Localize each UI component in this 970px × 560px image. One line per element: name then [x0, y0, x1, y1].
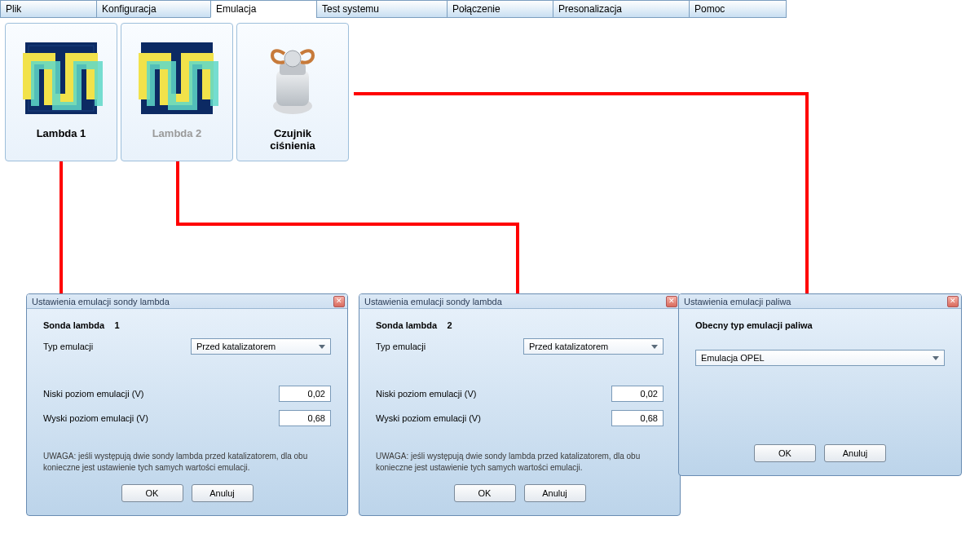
type-select[interactable]: Przed katalizatorem	[191, 338, 331, 355]
type-label: Typ emulacji	[376, 342, 523, 351]
high-level-input[interactable]	[279, 410, 331, 426]
dialog-titlebar: Ustawienia emulacji paliwa ✕	[679, 294, 961, 309]
close-button[interactable]: ✕	[666, 296, 677, 307]
fuel-heading: Obecny typ emulacji paliwa	[695, 320, 945, 330]
module-lambda-1[interactable]: Lambda 1	[5, 23, 117, 161]
tab-test-systemu[interactable]: Test systemu	[316, 0, 447, 18]
dialog-lambda-1: Ustawienia emulacji sondy lambda ✕ Sonda…	[26, 293, 348, 516]
close-button[interactable]: ✕	[947, 296, 959, 307]
ok-button[interactable]: OK	[754, 444, 816, 462]
heading-label: Sonda lambda 1	[43, 320, 331, 330]
tab-label: Presonalizacja	[558, 3, 622, 15]
cancel-button[interactable]: Anuluj	[824, 444, 886, 462]
close-icon: ✕	[950, 298, 956, 305]
type-label: Typ emulacji	[43, 342, 191, 351]
high-level-label: Wyski poziom emulacji (V)	[43, 413, 279, 423]
tab-emulacja[interactable]: Emulacja	[210, 0, 316, 18]
tab-label: Konfiguracja	[102, 3, 157, 15]
fuel-type-select[interactable]: Emulacja OPEL	[695, 350, 945, 366]
tab-label: Test systemu	[322, 3, 379, 15]
dialog-title-text: Ustawienia emulacji paliwa	[684, 297, 791, 306]
lambda-graph-icon	[129, 30, 225, 126]
tab-label: Plik	[6, 3, 21, 15]
module-label: Lambda 1	[37, 128, 86, 140]
dialog-titlebar: Ustawienia emulacji sondy lambda ✕	[27, 294, 347, 309]
lambda-graph-icon	[13, 30, 109, 126]
high-level-label: Wyski poziom emulacji (V)	[376, 413, 611, 423]
cancel-button[interactable]: Anuluj	[524, 484, 586, 502]
module-label: Lambda 2	[152, 128, 202, 140]
tab-konfiguracja[interactable]: Konfiguracja	[96, 0, 210, 18]
tab-pomoc[interactable]: Pomoc	[689, 0, 787, 18]
low-level-input[interactable]	[611, 386, 664, 402]
ok-button[interactable]: OK	[121, 484, 183, 502]
tab-label: Emulacja	[216, 3, 256, 15]
tabbar: Plik Konfiguracja Emulacja Test systemu …	[0, 0, 970, 18]
cancel-button[interactable]: Anuluj	[192, 484, 254, 502]
warning-text: UWAGA: jeśli występują dwie sondy lambda…	[376, 451, 664, 473]
module-lambda-2[interactable]: Lambda 2	[121, 23, 233, 161]
ok-button[interactable]: OK	[454, 484, 516, 502]
high-level-input[interactable]	[611, 410, 664, 426]
close-icon: ✕	[668, 298, 675, 305]
close-icon: ✕	[336, 298, 342, 305]
tab-label: Połączenie	[452, 3, 500, 15]
module-row: Lambda 1 Lambda 2	[0, 18, 970, 161]
close-button[interactable]: ✕	[333, 296, 345, 307]
pressure-sensor-icon	[245, 30, 341, 126]
dialog-fuel-emulation: Ustawienia emulacji paliwa ✕ Obecny typ …	[678, 293, 962, 476]
svg-rect-4	[276, 70, 309, 106]
tab-label: Pomoc	[694, 3, 725, 15]
warning-text: UWAGA: jeśli występują dwie sondy lambda…	[43, 451, 331, 473]
low-level-label: Niski poziom emulacji (V)	[43, 389, 279, 399]
tab-presonalizacja[interactable]: Presonalizacja	[553, 0, 689, 18]
dialog-lambda-2: Ustawienia emulacji sondy lambda ✕ Sonda…	[359, 293, 681, 516]
module-czujnik-cisnienia[interactable]: Czujnikciśnienia	[236, 23, 349, 161]
heading-label: Sonda lambda 2	[376, 320, 664, 330]
tab-polaczenie[interactable]: Połączenie	[447, 0, 553, 18]
dialog-titlebar: Ustawienia emulacji sondy lambda ✕	[359, 294, 680, 309]
svg-point-6	[284, 51, 301, 67]
dialog-title-text: Ustawienia emulacji sondy lambda	[32, 297, 170, 306]
module-label: Czujnikciśnienia	[270, 128, 315, 152]
dialog-title-text: Ustawienia emulacji sondy lambda	[364, 297, 502, 306]
tab-plik[interactable]: Plik	[0, 0, 96, 18]
low-level-input[interactable]	[279, 386, 331, 402]
type-select[interactable]: Przed katalizatorem	[523, 338, 664, 355]
low-level-label: Niski poziom emulacji (V)	[376, 389, 611, 399]
